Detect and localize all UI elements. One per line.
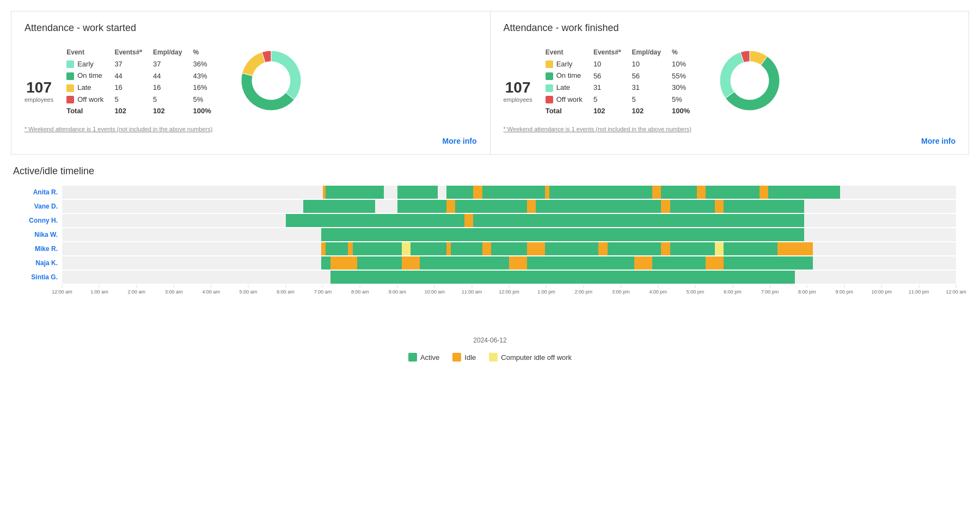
table-row: Off work 5 5 5% <box>546 94 701 106</box>
time-tick: 6:00 am <box>277 289 295 295</box>
time-tick: 4:00 am <box>202 289 220 295</box>
bar-segment <box>402 256 420 270</box>
events-cell: 10 <box>593 58 632 70</box>
donut-segment <box>242 52 265 76</box>
weekend-note-link-finished[interactable]: * Weekend attendance is 1 events (not in… <box>504 126 691 132</box>
bar-segment <box>527 200 536 213</box>
more-info-link-finished[interactable]: More info <box>921 137 955 145</box>
bar-segment <box>348 214 375 227</box>
employee-link-naja-k[interactable]: Naja K. <box>35 259 58 267</box>
empl-cell: 5 <box>153 94 193 106</box>
time-tick: 10:00 am <box>424 289 445 295</box>
total-pct: 100% <box>672 105 701 117</box>
bar-segment <box>402 242 411 255</box>
time-tick: 4:00 pm <box>649 289 667 295</box>
time-tick-line <box>211 285 211 288</box>
legend-label: Idle <box>464 353 476 362</box>
bar-segment <box>375 228 420 241</box>
time-tick: 11:00 am <box>462 289 482 295</box>
bar-segment <box>545 186 549 199</box>
time-tick-line <box>546 285 547 288</box>
time-tick-line <box>136 285 137 288</box>
bar-segment <box>348 242 352 255</box>
bar-segment <box>706 271 742 284</box>
bar-segment <box>438 271 474 284</box>
bar-segment <box>527 242 545 255</box>
bar-segment <box>330 256 357 270</box>
bar-segment <box>661 242 670 255</box>
total-row: Total 102 102 100% <box>66 105 222 117</box>
bar-segment <box>630 186 652 199</box>
time-tick-line <box>285 285 286 288</box>
events-cell: 16 <box>114 82 153 94</box>
bar-segment <box>616 271 661 284</box>
table-row: Late 31 31 30% <box>546 82 701 94</box>
pct-cell: 16% <box>193 82 222 94</box>
bar-segment <box>491 242 527 255</box>
color-indicator <box>66 72 74 80</box>
bar-segment <box>759 186 768 199</box>
legend: Active Idle Computer idle off work <box>13 353 967 362</box>
empl-cell: 44 <box>153 70 193 82</box>
event-cell: Late <box>546 82 593 94</box>
bar-segment <box>397 186 438 199</box>
bar-segment <box>661 186 697 199</box>
employee-link-conny-h[interactable]: Conny H. <box>29 217 58 224</box>
employee-label-vane-d: Vane D. <box>13 200 62 213</box>
time-tick: 5:00 am <box>240 289 258 295</box>
time-tick: 9:00 pm <box>835 289 853 295</box>
timeline-bar-naja-k <box>62 256 956 270</box>
employee-link-anita-r[interactable]: Anita R. <box>33 188 58 196</box>
bar-segment <box>397 200 446 213</box>
bar-segment <box>652 186 661 199</box>
bar-segment <box>473 214 554 227</box>
events-cell: 31 <box>593 82 632 94</box>
pct-cell: 36% <box>193 58 222 70</box>
bar-segment <box>652 256 706 270</box>
events-cell: 5 <box>114 94 153 106</box>
bar-segment <box>330 271 348 284</box>
attendance-content-finished: 107 employees Event Events#* Empl/day % <box>504 42 956 120</box>
bar-segment <box>724 256 795 270</box>
attendance-content-started: 107 employees Event Events#* Empl/day % <box>24 42 477 120</box>
color-indicator <box>66 96 74 103</box>
time-tick-line <box>881 285 882 288</box>
total-pct: 100% <box>193 105 222 117</box>
bar-segment <box>357 256 402 270</box>
bar-segment <box>715 242 724 255</box>
bar-segment <box>473 271 509 284</box>
total-row: Total 102 102 100% <box>546 105 701 117</box>
employee-link-nika-w[interactable]: Nika W. <box>34 231 58 238</box>
time-tick: 6:00 pm <box>724 289 742 295</box>
time-tick: 7:00 pm <box>761 289 779 295</box>
employee-num-finished: 107 <box>504 79 532 96</box>
bar-segment <box>661 200 670 213</box>
table-row: Early 10 10 10% <box>546 58 701 70</box>
empl-cell: 10 <box>632 58 672 70</box>
pct-cell: 10% <box>672 58 701 70</box>
bar-segment <box>473 186 482 199</box>
bar-segment <box>616 186 630 199</box>
time-tick-line <box>99 285 100 288</box>
page: Attendance - work started 107 employees … <box>0 0 980 372</box>
color-indicator <box>546 96 553 103</box>
employee-link-mike-r[interactable]: Mike R. <box>35 245 58 253</box>
employee-link-sintia-g[interactable]: Sintia G. <box>31 273 58 281</box>
bar-segment <box>706 256 724 270</box>
weekend-note-link-started[interactable]: * Weekend attendance is 1 events (not in… <box>24 126 212 132</box>
total-label: Total <box>546 105 593 117</box>
table-row: Early 37 37 36% <box>66 58 222 70</box>
bar-segment <box>491 228 536 241</box>
empl-cell: 37 <box>153 58 193 70</box>
bar-segment <box>536 228 580 241</box>
bar-segment <box>777 200 804 213</box>
bar-segment <box>742 228 804 241</box>
employee-link-vane-d[interactable]: Vane D. <box>34 203 58 210</box>
pct-cell: 55% <box>672 70 701 82</box>
more-info-link-started[interactable]: More info <box>443 137 477 145</box>
timeline-bar-nika-w <box>62 228 956 241</box>
employee-label-mike-r: Mike R. <box>13 242 62 255</box>
bar-segment <box>402 214 438 227</box>
bar-segment <box>777 242 813 255</box>
bar-segment <box>326 242 348 255</box>
